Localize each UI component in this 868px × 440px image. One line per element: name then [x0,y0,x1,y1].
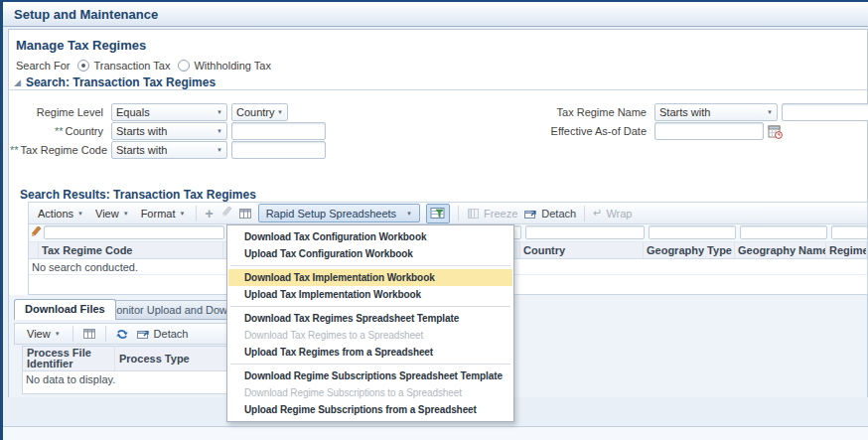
column-header[interactable]: Process Type [115,347,229,370]
filter-input[interactable] [649,225,736,239]
toolbar-separator [72,326,73,342]
empty-text: No search conducted. [32,261,138,273]
refresh-icon[interactable] [115,328,129,341]
toolbar-separator [584,206,585,221]
rapid-setup-menu: Download Tax Configuration WorkbookUploa… [226,224,514,422]
radio-option-transaction-tax[interactable]: Transaction Tax [77,60,170,72]
tax-regime-name-operator-select[interactable]: Starts with ▼ [654,103,778,121]
regime-level-operator-select[interactable]: Equals ▼ [111,103,227,121]
chevron-down-icon: ▼ [277,109,283,115]
detach-button[interactable]: Detach [136,328,189,340]
form-row-tax-regime-name: Tax Regime Name Starts with ▼ [467,103,868,121]
menu-item[interactable]: Upload Tax Implementation Workbook [228,286,512,303]
tax-regime-code-operator-select[interactable]: Starts with ▼ [111,141,227,159]
detach-button[interactable]: Detach [523,208,576,220]
column-header[interactable]: Process File Identifier [23,347,115,370]
chevron-down-icon: ▼ [217,128,222,134]
chevron-down-icon: ▼ [55,331,61,337]
column-header[interactable]: Regime G [826,242,867,258]
filter-input[interactable] [525,225,645,239]
tax-regime-name-input[interactable] [782,103,868,121]
country-operator-select[interactable]: Starts with ▼ [111,122,227,140]
field-label: **Tax Regime Code [10,144,107,156]
menu-item[interactable]: Download Tax Implementation Workbook [228,269,512,286]
column-header[interactable]: Tax Regime Code [39,242,223,258]
column-header[interactable]: Geography Name [735,242,826,258]
chevron-down-icon: ▼ [217,109,222,115]
radio-selected-icon[interactable] [77,60,89,72]
menu-item[interactable]: Upload Tax Regimes from a Spreadsheet [228,344,512,361]
detach-icon [136,328,150,340]
select-value: Country [236,106,275,118]
add-row-icon: + [205,208,213,220]
view-menu[interactable]: View▼ [24,327,64,341]
filter-input[interactable] [44,225,224,239]
filter-cell [829,224,868,241]
detach-icon [523,208,537,220]
filter-cell [647,224,738,241]
select-value: Starts with [116,125,167,137]
edit-pencil-icon [219,207,232,220]
column-header[interactable]: Geography Type [644,242,735,258]
form-row-tax-regime-code: **Tax Regime Code Starts with ▼ [10,141,326,159]
toolbar-separator [458,206,459,221]
rapid-setup-spreadsheets-button[interactable]: Rapid Setup Spreadsheets ▼ [258,204,420,222]
select-columns-icon[interactable] [238,208,252,220]
field-label: Regime Level [10,106,107,118]
tab-download-files[interactable]: Download Files [14,299,116,320]
field-label: Effective As-of Date [467,125,651,137]
collapse-triangle-icon[interactable]: ◢ [14,78,21,87]
chevron-down-icon: ▼ [217,147,222,153]
page-title: Manage Tax Regimes [16,38,146,53]
column-header[interactable]: Country [520,242,644,258]
filter-input[interactable] [831,225,868,239]
select-value: Starts with [659,106,710,118]
tax-regime-code-input[interactable] [231,141,326,159]
chevron-down-icon: ▼ [179,211,185,217]
form-row-regime-level: Regime Level Equals ▼ Country ▼ [10,103,288,121]
select-columns-icon[interactable] [82,328,96,340]
filter-cell [42,224,226,241]
filter-cell [738,224,829,241]
query-by-example-button[interactable] [426,204,450,223]
filter-cell [523,224,647,241]
toolbar-separator [105,326,106,342]
regime-level-value-select[interactable]: Country ▼ [231,103,288,121]
format-menu[interactable]: Format▼ [138,207,189,220]
field-label: Tax Regime Name [467,106,651,118]
section-divider [9,89,867,90]
filter-input[interactable] [740,225,827,239]
wrap-icon: ↵ [593,207,602,220]
bottom-area [3,427,868,440]
menu-separator [230,364,510,365]
row-selector-header [29,242,39,258]
view-menu[interactable]: View▼ [92,207,132,220]
form-row-country: **Country Starts with ▼ [10,122,326,140]
window-border-left [0,0,3,440]
required-marker: ** [55,125,64,137]
date-picker-icon[interactable] [768,124,784,139]
menu-item[interactable]: Download Tax Regimes Spreadsheet Templat… [228,310,512,327]
form-row-effective-date: Effective As-of Date [467,122,784,140]
menu-separator [230,306,510,307]
country-input[interactable] [231,122,326,140]
menu-item[interactable]: Download Regime Subscriptions Spreadshee… [228,367,512,384]
effective-date-input[interactable] [654,122,764,140]
menu-item: Download Regime Subscriptions to a Sprea… [228,384,512,401]
results-toolbar: Actions▼ View▼ Format▼ + Rapid Setup Spr… [28,202,868,224]
menu-item[interactable]: Upload Tax Configuration Workbook [228,245,512,262]
required-marker: ** [10,144,19,156]
select-value: Starts with [116,144,167,156]
search-for-label: Search For [16,60,70,72]
menu-item[interactable]: Download Tax Configuration Workbook [228,228,512,245]
radio-option-withholding-tax[interactable]: Withholding Tax [178,60,270,72]
search-for-radio-group: Search For Transaction Tax Withholding T… [16,60,271,72]
search-section-header[interactable]: ◢ Search: Transaction Tax Regimes [14,75,216,89]
field-label: **Country [10,125,107,137]
menu-item[interactable]: Upload Regime Subscriptions from a Sprea… [228,401,512,418]
qbe-pencil-icon [29,224,42,241]
menu-separator [230,265,510,266]
actions-menu[interactable]: Actions▼ [35,207,86,220]
toolbar-separator [196,206,197,221]
radio-unselected-icon[interactable] [178,60,190,72]
